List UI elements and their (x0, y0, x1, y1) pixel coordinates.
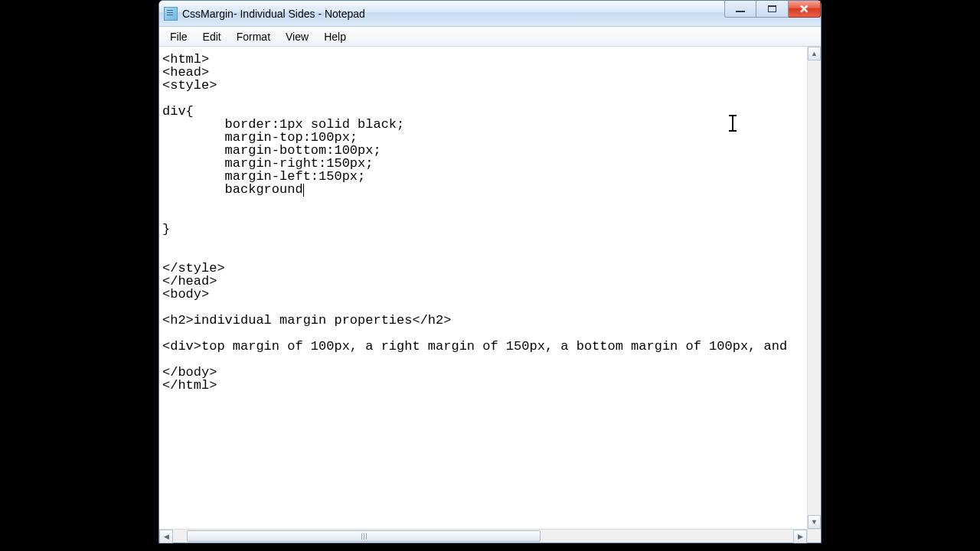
minimize-icon (736, 10, 745, 12)
scroll-down-button[interactable]: ▼ (808, 515, 821, 529)
text-editor[interactable]: <html> <head> <style> div{ border:1px so… (159, 47, 807, 529)
close-button[interactable]: ✕ (789, 1, 821, 18)
hscroll-track[interactable] (173, 530, 793, 543)
close-icon: ✕ (799, 3, 809, 15)
notepad-window: CssMargin- Individual Sides - Notepad ✕ … (158, 0, 822, 543)
maximize-button[interactable] (756, 1, 789, 18)
chevron-down-icon: ▼ (811, 518, 818, 526)
ibeam-cursor-icon (732, 116, 733, 131)
window-controls: ✕ (724, 1, 821, 18)
line: <style> (162, 78, 217, 93)
menu-view[interactable]: View (278, 29, 316, 44)
window-title: CssMargin- Individual Sides - Notepad (182, 8, 365, 20)
line: </html> (162, 378, 217, 393)
line: } (162, 222, 170, 236)
menu-help[interactable]: Help (316, 29, 354, 44)
horizontal-scrollbar[interactable]: ◀ ▶ (159, 529, 821, 543)
chevron-up-icon: ▲ (811, 50, 818, 57)
scrollbar-corner (807, 530, 821, 543)
line: <h2>individual margin properties</h2> (162, 313, 451, 328)
scroll-up-button[interactable]: ▲ (808, 47, 821, 60)
line: <div>top margin of 100px, a right margin… (162, 339, 795, 354)
menu-file[interactable]: File (162, 29, 195, 44)
notepad-icon (164, 7, 178, 21)
hscroll-thumb[interactable] (187, 530, 541, 542)
line: background (162, 182, 303, 197)
menubar: File Edit Format View Help (159, 27, 821, 47)
scroll-right-button[interactable]: ▶ (793, 530, 807, 543)
line: <body> (162, 287, 209, 302)
client-area: <html> <head> <style> div{ border:1px so… (159, 47, 821, 529)
titlebar[interactable]: CssMargin- Individual Sides - Notepad ✕ (159, 1, 821, 27)
minimize-button[interactable] (724, 1, 756, 18)
chevron-right-icon: ▶ (798, 533, 803, 540)
text-caret (303, 184, 304, 197)
menu-edit[interactable]: Edit (195, 29, 229, 44)
scroll-left-button[interactable]: ◀ (159, 530, 173, 543)
chevron-left-icon: ◀ (164, 533, 169, 540)
vscroll-track[interactable] (808, 60, 821, 515)
maximize-icon (768, 5, 776, 12)
menu-format[interactable]: Format (229, 29, 278, 44)
vertical-scrollbar[interactable]: ▲ ▼ (807, 47, 821, 529)
